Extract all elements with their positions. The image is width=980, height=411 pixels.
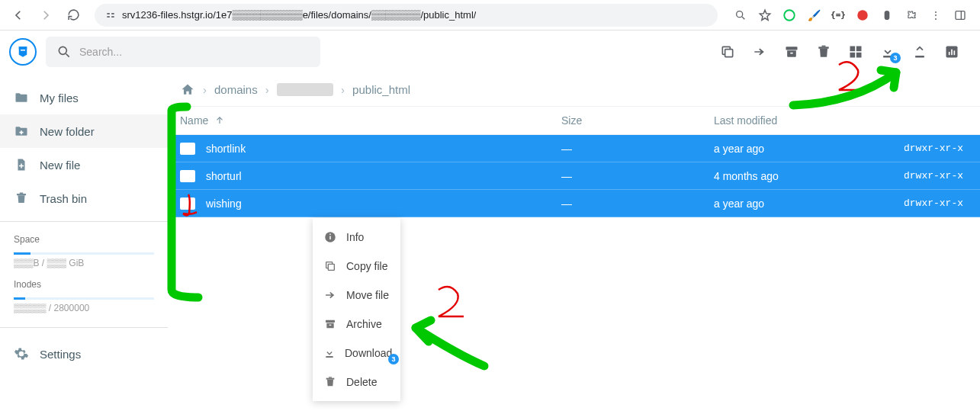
ctx-download[interactable]: Download 3 bbox=[313, 339, 400, 368]
breadcrumb: › domains › ▒▒▒▒▒▒▒ › public_html bbox=[168, 73, 980, 107]
archive-icon[interactable] bbox=[783, 43, 800, 60]
sidebar-item-label: New file bbox=[40, 159, 80, 172]
svg-point-5 bbox=[784, 10, 795, 21]
table-row[interactable]: shortlink — a year ago drwxr-xr-x bbox=[168, 135, 980, 162]
inodes-heading: Inodes bbox=[0, 276, 168, 294]
new-file-icon bbox=[14, 157, 29, 172]
ctx-label: Info bbox=[346, 231, 364, 243]
extensions-puzzle-icon[interactable] bbox=[904, 8, 919, 23]
search-input[interactable] bbox=[79, 46, 310, 58]
back-button[interactable] bbox=[8, 5, 29, 26]
sidebar-item-label: New folder bbox=[40, 125, 95, 138]
svg-rect-35 bbox=[329, 325, 332, 326]
inodes-text: ▒▒▒▒▒ / 2800000 bbox=[0, 301, 168, 321]
forward-button[interactable] bbox=[35, 5, 56, 26]
breadcrumb-item[interactable]: ▒▒▒▒▒▒▒ bbox=[277, 83, 333, 96]
side-panel-icon[interactable] bbox=[953, 8, 968, 23]
svg-rect-11 bbox=[21, 50, 25, 51]
svg-rect-16 bbox=[818, 47, 828, 49]
ctx-label: Download bbox=[345, 347, 392, 359]
grid-icon[interactable] bbox=[847, 43, 864, 60]
search-icon bbox=[56, 44, 72, 59]
svg-rect-38 bbox=[329, 377, 332, 377]
svg-rect-10 bbox=[19, 47, 27, 49]
svg-rect-27 bbox=[954, 50, 956, 55]
svg-point-12 bbox=[59, 47, 66, 54]
svg-rect-18 bbox=[850, 47, 856, 52]
ctx-label: Copy file bbox=[346, 260, 387, 272]
sidebar-item-settings[interactable]: Settings bbox=[0, 337, 168, 371]
zoom-icon[interactable] bbox=[733, 8, 748, 23]
stats-icon[interactable] bbox=[943, 43, 960, 60]
sidebar-item-myfiles[interactable]: My files bbox=[0, 81, 168, 114]
ctx-info[interactable]: Info bbox=[313, 223, 400, 252]
chevron-right-icon: › bbox=[341, 83, 345, 96]
download-icon bbox=[323, 346, 336, 360]
archive-icon bbox=[323, 317, 337, 331]
file-name: shortlink bbox=[206, 143, 246, 155]
ext-green-icon[interactable] bbox=[782, 8, 797, 23]
sidebar-item-trash[interactable]: Trash bin bbox=[0, 181, 168, 215]
app-toolbar: 3 bbox=[0, 31, 980, 73]
svg-point-4 bbox=[737, 11, 743, 17]
table-header: Name Size Last modified bbox=[168, 107, 980, 135]
gear-icon bbox=[14, 346, 29, 361]
file-modified: a year ago bbox=[714, 143, 866, 155]
breadcrumb-home-icon[interactable] bbox=[180, 82, 195, 98]
upload-icon[interactable] bbox=[911, 43, 928, 60]
file-name: wishing bbox=[206, 197, 242, 210]
download-badge: 3 bbox=[890, 53, 901, 63]
chevron-right-icon: › bbox=[203, 83, 207, 96]
svg-rect-28 bbox=[17, 194, 26, 195]
download-icon[interactable]: 3 bbox=[879, 43, 896, 60]
table-row[interactable]: wishing — a year ago drwxr-xr-x bbox=[168, 190, 980, 217]
ext-braces-icon[interactable]: {=} bbox=[831, 8, 846, 23]
copy-icon bbox=[323, 259, 337, 273]
sidebar-item-newfile[interactable]: New file bbox=[0, 148, 168, 181]
file-size: — bbox=[561, 170, 714, 182]
ctx-delete[interactable]: Delete bbox=[313, 368, 400, 397]
context-menu: Info Copy file Move file Archive Downloa… bbox=[313, 218, 400, 401]
delete-icon[interactable] bbox=[815, 43, 832, 60]
download-badge: 3 bbox=[388, 354, 399, 364]
sidebar-item-label: Trash bin bbox=[40, 192, 87, 205]
ext-mouse-icon[interactable] bbox=[879, 8, 895, 23]
app-logo[interactable] bbox=[9, 38, 37, 66]
site-settings-icon bbox=[105, 10, 116, 21]
svg-rect-34 bbox=[326, 320, 335, 323]
sidebar-item-label: Settings bbox=[40, 348, 81, 361]
inodes-bar bbox=[14, 297, 154, 300]
breadcrumb-item[interactable]: public_html bbox=[352, 83, 410, 96]
svg-rect-7 bbox=[885, 11, 890, 20]
col-name[interactable]: Name bbox=[180, 114, 561, 127]
breadcrumb-item[interactable]: domains bbox=[214, 83, 258, 96]
chrome-menu-icon[interactable]: ⋮ bbox=[928, 8, 943, 23]
file-permissions: drwxr-xr-x bbox=[866, 170, 968, 181]
ctx-label: Delete bbox=[346, 376, 377, 388]
col-size[interactable]: Size bbox=[561, 114, 714, 127]
ext-shield-icon[interactable] bbox=[855, 8, 870, 23]
svg-rect-26 bbox=[951, 50, 953, 56]
ctx-archive[interactable]: Archive bbox=[313, 310, 400, 339]
svg-rect-20 bbox=[850, 53, 856, 58]
table-row[interactable]: shorturl — 4 months ago drwxr-xr-x bbox=[168, 162, 980, 190]
info-icon bbox=[323, 230, 337, 244]
bookmark-star-icon[interactable] bbox=[757, 8, 773, 23]
search-box[interactable] bbox=[46, 37, 320, 67]
copy-icon[interactable] bbox=[719, 43, 736, 60]
ext-paint-icon[interactable]: 🖌️ bbox=[806, 8, 821, 23]
svg-rect-32 bbox=[329, 234, 331, 236]
move-icon[interactable] bbox=[751, 43, 768, 60]
svg-rect-36 bbox=[326, 356, 333, 358]
file-permissions: drwxr-xr-x bbox=[866, 143, 968, 154]
trash-icon bbox=[14, 191, 29, 206]
file-modified: a year ago bbox=[714, 197, 866, 210]
ctx-copy[interactable]: Copy file bbox=[313, 252, 400, 281]
col-modified[interactable]: Last modified bbox=[714, 114, 866, 127]
address-bar[interactable]: srv1236-files.hstgr.io/1e7▒▒▒▒▒▒▒▒▒▒e/fi… bbox=[95, 4, 718, 27]
sidebar-item-newfolder[interactable]: New folder bbox=[0, 114, 168, 148]
action-toolbar: 3 bbox=[719, 43, 971, 60]
reload-button[interactable] bbox=[63, 5, 84, 26]
delete-icon bbox=[323, 375, 337, 389]
ctx-move[interactable]: Move file bbox=[313, 281, 400, 310]
